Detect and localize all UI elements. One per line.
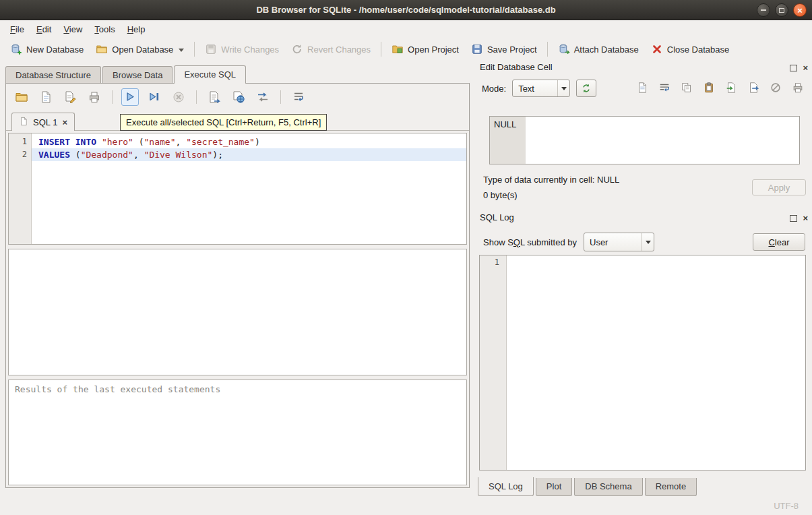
new-database-button[interactable]: New Database [4, 40, 90, 59]
revert-changes-button: Revert Changes [285, 40, 377, 59]
results-message-pane[interactable]: Results of the last executed statements [8, 380, 467, 485]
open-project-button[interactable]: Open Project [385, 40, 465, 59]
write-changes-button: Write Changes [199, 40, 285, 59]
word-wrap-icon[interactable] [658, 82, 672, 95]
line-number-gutter: 1 2 [9, 133, 32, 244]
tab-database-structure[interactable]: Database Structure [5, 66, 101, 83]
open-database-dropdown-icon[interactable] [179, 49, 184, 52]
print-button[interactable] [86, 88, 103, 106]
attach-database-button[interactable]: Attach Database [552, 40, 645, 59]
menubar: File Edit View Tools Help [0, 20, 812, 38]
execute-sql-button[interactable] [121, 88, 139, 106]
toolbar-separator [381, 42, 381, 57]
mode-label: Mode: [482, 84, 506, 94]
sql-toolbar [6, 84, 469, 111]
sql-line-2: VALUES ("Deadpond", "Dive Wilson"); [32, 148, 466, 161]
log-line-number-gutter: 1 [480, 255, 507, 470]
menu-view[interactable]: View [57, 22, 88, 37]
float-panel-icon[interactable] [790, 65, 797, 71]
edit-cell-toolbar: Mode: Text [482, 78, 805, 98]
main-tab-bar: Database Structure Browse Data Execute S… [5, 65, 470, 83]
menu-edit[interactable]: Edit [30, 22, 57, 37]
tab-plot[interactable]: Plot [536, 478, 572, 496]
document-icon[interactable] [636, 82, 650, 95]
titlebar: DB Browser for SQLite - /home/user/code/… [0, 0, 812, 20]
submitted-by-combobox[interactable]: User [584, 233, 654, 251]
bottom-tab-bar: SQL Log Plot DB Schema Remote [478, 478, 697, 496]
maximize-button[interactable] [775, 3, 788, 17]
new-database-icon [10, 43, 22, 55]
sql-document-tab[interactable]: SQL 1 × [11, 113, 75, 131]
mode-dropdown-zone [557, 80, 569, 96]
sql-editor[interactable]: 1 2 INSERT INTO "hero" ("name", "secret_… [8, 133, 467, 245]
word-wrap-button[interactable] [290, 88, 307, 106]
paste-icon[interactable] [703, 82, 716, 95]
sql-toolbar-separator [280, 90, 281, 104]
save-sql-file-button[interactable] [37, 88, 55, 106]
toolbar-separator [547, 42, 548, 57]
float-panel-icon[interactable] [790, 215, 797, 222]
menu-tools[interactable]: Tools [88, 22, 121, 37]
save-sql-file-as-button[interactable] [61, 88, 79, 106]
apply-button: Apply [752, 179, 806, 195]
tab-db-schema[interactable]: DB Schema [574, 478, 642, 496]
export-results-button[interactable] [206, 88, 223, 106]
open-database-button[interactable]: Open Database [90, 40, 190, 59]
cell-editor[interactable]: NULL [489, 116, 800, 164]
open-sql-file-button[interactable] [13, 88, 30, 106]
tab-remote[interactable]: Remote [645, 478, 697, 496]
edit-cell-dock-controls: × [790, 63, 808, 72]
set-null-icon[interactable] [770, 82, 783, 95]
menu-file[interactable]: File [4, 22, 30, 37]
auto-switch-mode-button[interactable] [576, 80, 596, 97]
stop-button [170, 88, 187, 106]
close-panel-icon[interactable]: × [803, 214, 808, 222]
filter-label: Show SQL submitted by [483, 237, 577, 247]
import-icon[interactable] [725, 82, 739, 95]
save-project-icon [471, 43, 483, 55]
find-replace-button[interactable] [254, 88, 272, 106]
clear-log-button[interactable]: Clear [753, 233, 805, 251]
revert-changes-icon [291, 43, 303, 55]
sql-line-1: INSERT INTO "hero" ("name", "secret_name… [32, 135, 466, 148]
save-project-button[interactable]: Save Project [465, 40, 543, 59]
cell-type-text: Type of data currently in cell: NULL [483, 175, 619, 185]
maximize-icon [779, 8, 784, 13]
chevron-down-icon [561, 87, 567, 90]
window-title: DB Browser for SQLite - /home/user/code/… [256, 5, 555, 15]
mode-combobox[interactable]: Text [512, 80, 570, 97]
log-line-number: 1 [480, 258, 499, 267]
tab-execute-sql[interactable]: Execute SQL [174, 65, 246, 84]
edit-cell-icon-strip [636, 82, 805, 95]
attach-database-icon [558, 43, 570, 55]
open-project-icon [392, 43, 404, 55]
write-changes-icon [205, 43, 217, 55]
line-number: 2 [9, 148, 27, 161]
close-button[interactable]: × [793, 3, 807, 17]
edit-cell-title: Edit Database Cell [480, 62, 553, 72]
minimize-button[interactable] [757, 3, 770, 17]
sql-tab-close-icon[interactable]: × [62, 118, 67, 127]
results-grid[interactable] [8, 249, 467, 375]
copy-icon[interactable] [681, 82, 694, 95]
sql-document-icon [19, 117, 28, 128]
sql-toolbar-separator [112, 90, 113, 104]
line-number: 1 [9, 135, 27, 148]
export-icon[interactable] [747, 82, 761, 95]
sql-code-area[interactable]: INSERT INTO "hero" ("name", "secret_name… [32, 133, 466, 244]
cell-null-indicator: NULL [490, 117, 526, 164]
tab-browse-data[interactable]: Browse Data [102, 66, 173, 83]
close-database-button[interactable]: Close Database [645, 40, 736, 59]
menu-help[interactable]: Help [121, 22, 152, 37]
sql-log-view[interactable]: 1 [479, 255, 806, 471]
sql-log-title: SQL Log [480, 212, 514, 222]
right-panel: Edit Database Cell × Mode: Text [474, 59, 812, 515]
close-panel-icon[interactable]: × [803, 63, 808, 72]
close-database-icon [651, 43, 663, 55]
close-icon: × [797, 6, 803, 15]
tab-sql-log[interactable]: SQL Log [478, 477, 534, 496]
open-database-icon [96, 43, 108, 55]
print-cell-icon[interactable] [792, 82, 805, 95]
browse-results-button[interactable] [230, 88, 247, 106]
execute-current-line-button[interactable] [146, 88, 163, 106]
